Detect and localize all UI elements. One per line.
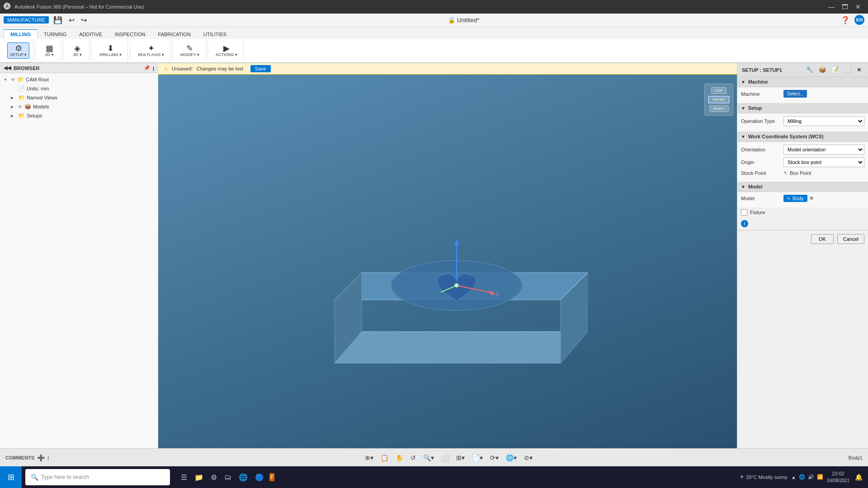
tab-additive[interactable]: ADDITIVE bbox=[73, 30, 108, 39]
ribbon-group-2d: ▦ 2D ▾ bbox=[38, 39, 61, 63]
filter-tool[interactable]: ⊘▾ bbox=[522, 453, 535, 463]
unsaved-warning: ⚠ Unsaved: Changes may be lost Save bbox=[158, 63, 737, 75]
start-button[interactable]: ⊞ bbox=[0, 466, 22, 488]
tab-milling[interactable]: MILLING bbox=[4, 29, 38, 39]
render-tool[interactable]: 🌐▾ bbox=[504, 453, 519, 463]
app-icon[interactable]: F bbox=[269, 473, 274, 481]
windows-icon: ⊞ bbox=[8, 472, 14, 482]
close-button[interactable]: ✕ bbox=[852, 2, 864, 11]
tree-item-setups[interactable]: ▶ 📁 Setups bbox=[0, 111, 158, 120]
tree-expand-arrow: ▼ bbox=[4, 78, 9, 82]
browser-expand-icon[interactable]: | bbox=[153, 66, 154, 71]
volume-icon[interactable]: 🔊 bbox=[808, 474, 814, 480]
date-text: 24/08/2021 bbox=[827, 478, 849, 484]
notification-icon[interactable]: 🔔 bbox=[855, 474, 863, 481]
machine-select-button[interactable]: Select... bbox=[783, 90, 807, 98]
cube-right[interactable]: RIGHT bbox=[709, 105, 729, 112]
setup-close-btn[interactable]: ✕ bbox=[855, 66, 863, 74]
zoom-tool[interactable]: 🔍▾ bbox=[421, 453, 436, 463]
pan-tool[interactable]: ✋ bbox=[393, 453, 406, 463]
orbit-tool[interactable]: ↺ bbox=[408, 453, 418, 463]
multiaxis-button[interactable]: ✦ MULTI-AXIS ▾ bbox=[136, 43, 166, 58]
tree-item-named-views[interactable]: ▶ 📁 Named Views bbox=[0, 93, 158, 102]
refresh-tool[interactable]: ⟳▾ bbox=[488, 453, 501, 463]
drilling-button[interactable]: ⬇ DRILLING ▾ bbox=[97, 43, 124, 58]
browser1-icon[interactable]: 🌐 bbox=[237, 471, 250, 483]
tab-turning[interactable]: TURNING bbox=[38, 30, 73, 39]
ok-button[interactable]: OK bbox=[811, 234, 834, 244]
modify-label: MODIFY ▾ bbox=[180, 52, 199, 57]
view-cube[interactable]: TOP FRONT RIGHT bbox=[704, 84, 733, 116]
setup-section-header[interactable]: ▼ Setup bbox=[737, 103, 868, 113]
undo-button[interactable]: ↩ bbox=[67, 15, 76, 25]
grid-tool[interactable]: ⊞▾ bbox=[454, 453, 467, 463]
remove-model-button[interactable]: ✕ bbox=[809, 195, 814, 202]
comments-section: COMMENTS ➕ | bbox=[5, 454, 49, 461]
tab-utilities[interactable]: UTILITIES bbox=[197, 30, 233, 39]
origin-select[interactable]: Stock box point Model origin Selected po… bbox=[783, 157, 864, 167]
fixture-checkbox[interactable] bbox=[741, 209, 747, 216]
tree-item-models[interactable]: ▶ 👁 📦 Models bbox=[0, 102, 158, 111]
model-label: Model bbox=[741, 196, 782, 201]
maximize-button[interactable]: 🗖 bbox=[838, 2, 852, 11]
2d-button[interactable]: ▦ 2D ▾ bbox=[41, 43, 57, 58]
tab-inspection[interactable]: INSPECTION bbox=[108, 30, 151, 39]
machine-section-header[interactable]: ▼ Machine bbox=[737, 77, 868, 87]
tab-fabrication[interactable]: FABRICATION bbox=[151, 30, 197, 39]
machine-section-content: Machine Select... bbox=[737, 87, 868, 103]
multiaxis-icon: ✦ bbox=[148, 44, 155, 52]
cube-top[interactable]: TOP bbox=[711, 87, 726, 94]
info-icon[interactable]: i bbox=[741, 220, 748, 227]
taskbar-search[interactable]: 🔍 Type here to search bbox=[25, 469, 170, 485]
tray-icons: ▲ 🌐 🔊 📶 bbox=[791, 474, 823, 480]
snap-tool[interactable]: ⊕▾ bbox=[363, 453, 376, 463]
tree-item-cam-root[interactable]: ▼ 👁 📁 CAM Root bbox=[0, 75, 158, 84]
operation-type-select[interactable]: Milling Turning Additive bbox=[783, 116, 864, 126]
eye-icon[interactable]: 👁 bbox=[11, 77, 15, 82]
tray-chevron[interactable]: ▲ bbox=[791, 474, 796, 480]
search-placeholder: Type here to search bbox=[41, 474, 165, 480]
model-section-header[interactable]: ▼ Model bbox=[737, 182, 868, 192]
tree-item-units[interactable]: 📄 Units: mm bbox=[0, 84, 158, 93]
fit-tool[interactable]: ⬜ bbox=[439, 453, 451, 463]
viewport[interactable]: ⚠ Unsaved: Changes may be lost Save bbox=[158, 63, 737, 448]
file-explorer-icon[interactable]: 📁 bbox=[193, 471, 205, 483]
setup-expand-btn[interactable]: ⬜ bbox=[842, 66, 853, 74]
collapse-comments-icon[interactable]: | bbox=[47, 455, 49, 460]
add-comment-button[interactable]: ➕ bbox=[37, 454, 45, 461]
help-button[interactable]: ❓ bbox=[839, 15, 852, 25]
save-button[interactable]: 💾 bbox=[52, 15, 64, 25]
setup-button[interactable]: ⚙ SETUP ▾ bbox=[7, 42, 29, 59]
model-body-chip[interactable]: ↖ Body bbox=[783, 195, 807, 202]
cube-front[interactable]: FRONT bbox=[708, 96, 730, 103]
collapse-browser-icon[interactable]: ◀◀ bbox=[4, 65, 11, 71]
setup-tab-btn2[interactable]: 📦 bbox=[817, 66, 828, 74]
setup-tab-btn1[interactable]: 🔧 bbox=[804, 66, 815, 74]
wcs-section-header[interactable]: ▼ Work Coordinate System (WCS) bbox=[737, 131, 868, 142]
weather-display: ☀ 20°C Mostly sunny bbox=[740, 474, 788, 480]
browser-pin-icon[interactable]: 📌 bbox=[144, 65, 150, 71]
taskbar-icons: ☰ 📁 ⚙ 🗂 🌐 🔵 F bbox=[179, 471, 274, 483]
models-eye-icon[interactable]: 👁 bbox=[18, 104, 23, 109]
minimize-button[interactable]: — bbox=[825, 2, 838, 11]
clipboard-tool[interactable]: 📋 bbox=[378, 453, 391, 463]
network-icon[interactable]: 🌐 bbox=[799, 474, 805, 480]
orientation-select[interactable]: Model orientation Select Z axis/plane & … bbox=[783, 145, 864, 155]
network-wifi-icon[interactable]: 📶 bbox=[817, 474, 823, 480]
save-button[interactable]: Save bbox=[250, 65, 271, 72]
modify-button[interactable]: ✎ MODIFY ▾ bbox=[178, 43, 202, 58]
folder-icon[interactable]: 🗂 bbox=[222, 471, 233, 483]
setups-label: Setups bbox=[27, 113, 154, 118]
actions-button[interactable]: ▶ ACTIONS ▾ bbox=[213, 43, 240, 58]
time-display[interactable]: 23:02 24/08/2021 bbox=[827, 470, 849, 483]
3d-button[interactable]: ◈ 3D ▾ bbox=[69, 43, 85, 58]
cancel-button[interactable]: Cancel bbox=[837, 234, 864, 244]
display-tool[interactable]: 📄▾ bbox=[470, 453, 485, 463]
setup-tab-btn3[interactable]: 📝 bbox=[830, 66, 840, 74]
manufacture-dropdown[interactable]: MANUFACTURE bbox=[4, 16, 49, 23]
named-views-icon: 📁 bbox=[18, 94, 25, 101]
task-view-icon[interactable]: ☰ bbox=[179, 471, 189, 483]
browser2-icon[interactable]: 🔵 bbox=[253, 471, 266, 483]
redo-button[interactable]: ↪ bbox=[79, 15, 89, 25]
settings-icon[interactable]: ⚙ bbox=[209, 471, 219, 483]
